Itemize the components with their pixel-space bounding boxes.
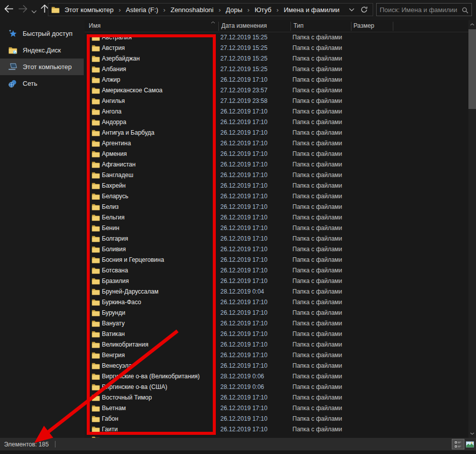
sidebar-item-network[interactable]: Сеть [0,75,84,92]
breadcrumb-item[interactable]: Ютуб [252,5,274,15]
table-row[interactable]: Американское Самоа 27.12.2019 23:57 Папк… [85,85,469,96]
folder-icon [92,45,100,51]
sidebar-item-label: Быстрый доступ [23,30,73,37]
breadcrumb-item[interactable]: Asteria (F:) [123,5,161,15]
refresh-icon[interactable] [359,4,370,15]
search-input[interactable] [380,4,459,16]
table-row[interactable]: Албания 27.12.2019 15:25 Папка с файлами [85,64,469,75]
column-header-type[interactable]: Тип [293,22,304,29]
table-row[interactable]: Ватикан 26.12.2019 17:10 Папка с файлами [85,329,469,339]
folder-icon [92,172,100,179]
sidebar-item-label: Яндекс.Диск [23,46,61,54]
table-row[interactable]: Аргентина 26.12.2019 17:10 Папка с файла… [85,138,469,149]
table-row[interactable]: Виргинские о-ва (США) 28.12.2019 0:06 Па… [85,382,469,392]
table-row[interactable]: Ангола 26.12.2019 17:10 Папка с файлами [85,106,469,117]
table-row[interactable]: Вануату 26.12.2019 17:10 Папка с файлами [85,318,469,329]
file-name: Бахрейн [102,181,126,191]
column-header-date[interactable]: Дата изменения [221,22,267,29]
chevron-right-icon: › [116,6,123,14]
back-icon[interactable] [4,5,14,15]
table-row[interactable]: Ботсвана 26.12.2019 17:10 Папка с файлам… [85,265,469,276]
search-icon[interactable] [462,7,468,16]
sidebar-item-quick-access[interactable]: Быстрый доступ [0,25,84,42]
table-row[interactable]: Антигуа и Барбуда 26.12.2019 17:10 Папка… [85,128,469,138]
file-type: Папка с файлами [292,85,342,96]
address-dropdown-chevron-icon[interactable] [346,6,358,14]
address-bar[interactable]: Этот компьютер › Asteria (F:) › Zennosha… [48,3,373,16]
breadcrumb-item[interactable]: Zennoshabloni [167,5,216,15]
folder-icon [92,66,100,73]
folder-icon [92,320,100,327]
table-row[interactable]: Ангилья 27.12.2019 23:58 Папка с файлами [85,96,469,106]
table-row[interactable]: Буркина-Фасо 26.12.2019 17:10 Папка с фа… [85,297,469,308]
column-header-size[interactable]: Размер [353,22,374,29]
table-row[interactable]: Бруней-Даруссалам 28.12.2019 0:04 Папка … [85,287,469,297]
column-divider[interactable] [351,22,351,31]
sidebar-item-this-pc[interactable]: Этот компьютер [0,59,84,75]
file-name: Ангола [102,106,122,117]
file-date-modified: 26.12.2019 17:10 [220,361,267,371]
table-row[interactable]: Белиз 26.12.2019 17:10 Папка с файлами [85,202,469,212]
table-row[interactable]: Андорра 26.12.2019 17:10 Папка с файлами [85,117,469,128]
file-name: Афганистан [102,159,136,170]
column-divider[interactable] [393,22,393,31]
table-row[interactable]: Афганистан 26.12.2019 17:10 Папка с файл… [85,159,469,170]
sidebar-item-yandex-disk[interactable]: Яндекс.Диск [0,42,84,59]
navigation-bar: Этот компьютер › Asteria (F:) › Zennosha… [0,0,476,19]
folder-icon [92,363,100,369]
thumbnails-view-button[interactable] [464,439,475,449]
column-divider[interactable] [218,22,219,31]
forward-icon[interactable] [18,5,28,15]
folder-icon [92,331,100,337]
scroll-down-icon[interactable] [468,430,476,437]
table-row[interactable]: Боливия 26.12.2019 17:10 Папка с файлами [85,244,469,255]
file-name: Ватикан [102,329,125,339]
scroll-up-icon[interactable] [468,21,476,28]
file-name: Габон [102,414,118,424]
file-date-modified: 26.12.2019 17:10 [220,403,267,414]
status-divider [55,441,55,447]
table-row[interactable]: Бенин 26.12.2019 17:10 Папка с файлами [85,223,469,234]
file-date-modified: 28.12.2019 0:04 [220,287,264,297]
table-row[interactable]: Восточный Тимор 26.12.2019 17:10 Папка с… [85,392,469,403]
table-row[interactable]: Австралия 27.12.2019 15:25 Папка с файла… [85,32,469,43]
table-row[interactable]: Бахрейн 26.12.2019 17:10 Папка с файлами [85,181,469,191]
file-name: Венесуэла [102,361,132,371]
table-row[interactable]: Вьетнам 26.12.2019 17:10 Папка с файлами [85,403,469,414]
table-row[interactable]: Великобритания 26.12.2019 17:10 Папка с … [85,339,469,350]
table-row[interactable]: Азербайджан 27.12.2019 15:25 Папка с фай… [85,53,469,64]
table-row[interactable]: Бразилия 26.12.2019 17:10 Папка с файлам… [85,276,469,287]
breadcrumb-item[interactable]: Имена и фамилии [281,5,343,15]
table-row[interactable]: Венгрия 26.12.2019 17:10 Папка с файлами [85,350,469,361]
table-row[interactable]: Босния и Герцеговина 26.12.2019 17:10 Па… [85,255,469,265]
file-type: Папка с файлами [292,128,342,138]
details-view-button[interactable] [452,439,464,449]
table-row[interactable]: Австрия 27.12.2019 15:25 Папка с файлами [85,43,469,53]
recent-locations-chevron-icon[interactable] [31,8,37,15]
file-type: Папка с файлами [292,234,342,244]
table-row[interactable]: Бельгия 26.12.2019 17:10 Папка с файлами [85,212,469,223]
window-bottom-edge [0,450,476,454]
file-date-modified: 26.12.2019 17:10 [220,212,267,223]
column-header-name[interactable]: Имя [89,22,100,29]
file-date-modified: 26.12.2019 17:10 [220,424,267,435]
table-row[interactable]: Габон 26.12.2019 17:10 Папка с файлами [85,414,469,424]
file-date-modified: 26.12.2019 17:10 [220,191,267,202]
table-row[interactable]: Бурунди 26.12.2019 17:10 Папка с файлами [85,308,469,318]
scrollbar-thumb[interactable] [468,29,476,109]
vertical-scrollbar[interactable] [468,20,476,438]
table-row[interactable]: Виргинские о-ва (Великобритания) 28.12.2… [85,371,469,382]
table-row[interactable]: Бангладеш 26.12.2019 17:10 Папка с файла… [85,170,469,181]
table-row[interactable]: Армения 26.12.2019 17:10 Папка с файлами [85,149,469,159]
table-row[interactable]: Болгария 26.12.2019 17:10 Папка с файлам… [85,234,469,244]
column-divider[interactable] [290,22,291,31]
table-row[interactable]: Беларусь 26.12.2019 17:10 Папка с файлам… [85,191,469,202]
breadcrumb-item[interactable]: Этот компьютер [62,5,116,15]
file-type: Папка с файлами [292,64,342,75]
yandex-disk-folder-icon [8,47,17,54]
table-row[interactable]: Венесуэла 26.12.2019 17:10 Папка с файла… [85,361,469,371]
table-row[interactable]: Гаити 26.12.2019 17:10 Папка с файлами [85,424,469,435]
table-row[interactable]: Алжир 26.12.2019 17:10 Папка с файлами [85,75,469,85]
breadcrumb-item[interactable]: Доры [223,5,246,15]
file-date-modified: 26.12.2019 17:10 [220,170,267,181]
